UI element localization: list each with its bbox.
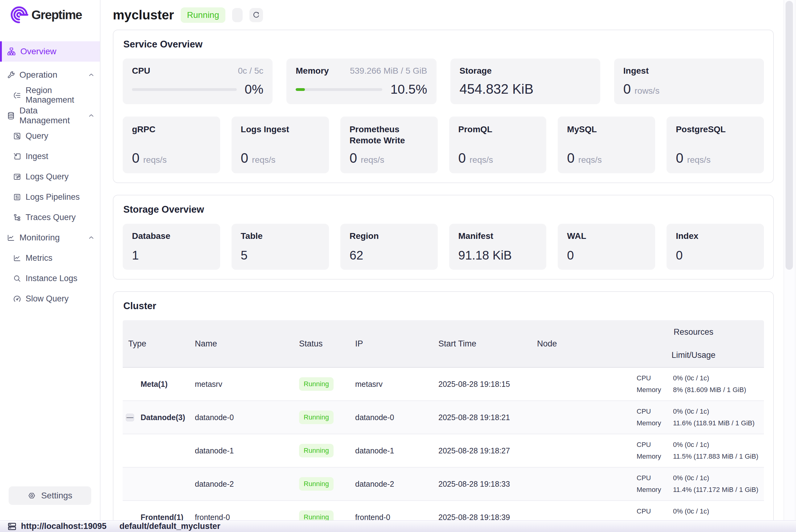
node-start-time: 2025-08-28 19:18:39 bbox=[437, 513, 536, 520]
section-title: Storage Overview bbox=[123, 204, 764, 215]
sidebar-item-metrics[interactable]: Metrics bbox=[0, 248, 100, 268]
cpu-label: CPU bbox=[637, 407, 673, 416]
sidebar-group-operation[interactable]: Operation bbox=[0, 65, 100, 85]
document-search-icon bbox=[13, 132, 21, 140]
column-header-ip: IP bbox=[354, 339, 437, 348]
postgresql-card: PostgreSQL 0 reqs/s bbox=[666, 116, 764, 173]
status-badge: Running bbox=[299, 411, 334, 424]
sidebar-group-data-management[interactable]: Data Management bbox=[0, 106, 100, 126]
node-name: metasrv bbox=[194, 380, 298, 389]
protocol-unit: reqs/s bbox=[687, 155, 710, 165]
card-label: Index bbox=[676, 231, 755, 241]
sidebar-group-label: Operation bbox=[19, 70, 57, 80]
gear-icon bbox=[27, 491, 36, 500]
trace-tree-icon bbox=[13, 213, 21, 222]
vertical-scrollbar-thumb[interactable] bbox=[785, 1, 793, 270]
sidebar-group-monitoring[interactable]: Monitoring bbox=[0, 227, 100, 248]
protocol-unit: reqs/s bbox=[252, 155, 275, 165]
node-resources: CPU 0% (0c / 1c) Memory 11.5% (117.883 M… bbox=[623, 436, 764, 465]
card-value: 91.18 KiB bbox=[458, 248, 537, 262]
sidebar-item-label: Metrics bbox=[25, 253, 52, 263]
main-content: mycluster Running Service Overview bbox=[100, 0, 796, 520]
column-header-limit-usage: Limit/Usage bbox=[671, 350, 716, 360]
sidebar-item-label: Logs Query bbox=[25, 172, 69, 182]
cluster-status-badge: Running bbox=[181, 7, 225, 23]
card-label: Prometheus Remote Write bbox=[349, 124, 429, 147]
status-badge: Running bbox=[299, 477, 334, 491]
ingest-value: 0 bbox=[623, 81, 631, 97]
sidebar-item-instance-logs[interactable]: Instance Logs bbox=[0, 268, 100, 288]
protocol-value: 0 bbox=[241, 150, 248, 166]
memory-usage: 11.5% (117.883 MiB / 1 GiB) bbox=[673, 453, 764, 460]
region-card: Region 62 bbox=[340, 224, 438, 270]
brand-name: Greptime bbox=[32, 8, 82, 22]
index-card: Index 0 bbox=[666, 224, 764, 270]
node-name: datanode-2 bbox=[194, 480, 298, 489]
memory-limit-text: 539.266 MiB / 5 GiB bbox=[350, 66, 427, 76]
minus-icon: — bbox=[127, 414, 133, 421]
memory-percent: 10.5% bbox=[390, 82, 427, 97]
database-path[interactable]: default/default_mycluster bbox=[120, 521, 221, 531]
memory-usage: 11.6% (118.91 MiB / 1 GiB) bbox=[673, 419, 764, 427]
cpu-label: CPU bbox=[637, 507, 673, 515]
wal-card: WAL 0 bbox=[558, 224, 655, 270]
ingest-arrow-icon bbox=[13, 152, 21, 160]
cpu-usage: 0% (0c / 1c) bbox=[673, 474, 764, 482]
ingest-card: Ingest 0 rows/s bbox=[614, 59, 764, 104]
sitemap-icon bbox=[7, 47, 16, 56]
table-row-datanode-0: — Datanode(3) datanode-0 Running datanod… bbox=[123, 401, 764, 434]
sidebar-item-query[interactable]: Query bbox=[0, 126, 100, 146]
database-card: Database 1 bbox=[123, 224, 220, 270]
node-start-time: 2025-08-28 19:18:33 bbox=[437, 480, 536, 489]
sidebar-group-label: Monitoring bbox=[19, 233, 60, 243]
card-value: 0 bbox=[567, 248, 646, 262]
protocol-unit: reqs/s bbox=[470, 155, 493, 165]
sidebar-item-overview[interactable]: Overview bbox=[0, 41, 100, 62]
sliders-icon bbox=[13, 193, 21, 201]
settings-button[interactable]: Settings bbox=[8, 487, 91, 505]
sidebar-item-logs-query[interactable]: Logs Query bbox=[0, 167, 100, 187]
cluster-table-header: Type Name Status IP Start Time Node Reso… bbox=[123, 320, 764, 368]
memory-label: Memory bbox=[637, 453, 673, 460]
storage-value: 454.832 KiB bbox=[460, 81, 591, 97]
protocol-value: 0 bbox=[349, 150, 357, 166]
card-value: 0 bbox=[676, 248, 755, 262]
sidebar-item-traces-query[interactable]: Traces Query bbox=[0, 207, 100, 227]
memory-label: Memory bbox=[637, 386, 673, 394]
logs-ingest-card: Logs Ingest 0 reqs/s bbox=[231, 116, 329, 173]
node-start-time: 2025-08-28 19:18:27 bbox=[437, 446, 536, 455]
sidebar-item-label: Ingest bbox=[25, 152, 49, 161]
gauge-icon bbox=[13, 294, 21, 303]
collapse-button[interactable]: — bbox=[126, 414, 134, 421]
column-header-start-time: Start Time bbox=[437, 339, 536, 348]
protocol-value: 0 bbox=[676, 150, 683, 166]
vertical-scrollbar-track[interactable] bbox=[784, 0, 795, 520]
memory-progress-fill bbox=[296, 88, 305, 91]
sidebar-item-ingest[interactable]: Ingest bbox=[0, 146, 100, 167]
cpu-label: CPU bbox=[637, 474, 673, 482]
node-name: datanode-1 bbox=[194, 446, 298, 455]
cpu-usage: 0% (0c / 1c) bbox=[673, 374, 764, 382]
node-type: — Datanode(3) bbox=[123, 413, 194, 422]
sidebar-item-logs-pipelines[interactable]: Logs Pipelines bbox=[0, 187, 100, 207]
card-label: MySQL bbox=[567, 124, 646, 135]
card-label: Manifest bbox=[458, 231, 537, 241]
sidebar-item-region-management[interactable]: Region Management bbox=[0, 85, 100, 106]
protocol-unit: reqs/s bbox=[579, 155, 602, 165]
column-header-type: Type bbox=[123, 339, 194, 348]
card-label: Region bbox=[349, 231, 429, 241]
greptime-spiral-icon bbox=[9, 5, 29, 25]
card-label: PromQL bbox=[458, 124, 537, 135]
brand-logo[interactable]: Greptime bbox=[0, 0, 100, 25]
card-label: Storage bbox=[460, 66, 591, 76]
refresh-button[interactable] bbox=[249, 8, 263, 22]
storage-card: Storage 454.832 KiB bbox=[450, 59, 600, 104]
secondary-action-button[interactable] bbox=[232, 8, 243, 22]
sidebar-item-label: Query bbox=[25, 131, 49, 141]
server-url[interactable]: http://localhost:19095 bbox=[21, 521, 107, 531]
cluster-table: Type Name Status IP Start Time Node Reso… bbox=[123, 320, 764, 520]
node-ip: datanode-1 bbox=[354, 446, 437, 455]
chart-line-icon bbox=[7, 234, 15, 242]
column-header-node: Node bbox=[536, 339, 623, 348]
sidebar-item-slow-query[interactable]: Slow Query bbox=[0, 288, 100, 309]
